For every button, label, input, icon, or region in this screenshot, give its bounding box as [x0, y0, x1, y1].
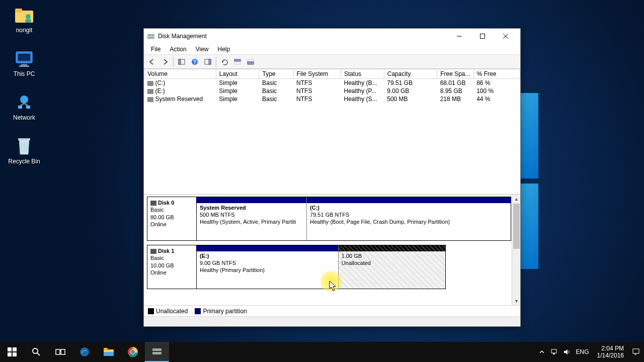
task-view-button[interactable]: [48, 342, 72, 362]
refresh-button[interactable]: [218, 56, 230, 67]
col-status[interactable]: Status: [341, 69, 384, 79]
scrollbar-down-arrow[interactable]: ▼: [512, 297, 520, 305]
svg-point-14: [148, 35, 149, 36]
svg-rect-7: [19, 65, 29, 67]
svg-rect-10: [26, 106, 30, 109]
tray-volume-icon[interactable]: [563, 348, 571, 355]
drive-icon: [147, 81, 153, 86]
col-volume[interactable]: Volume: [144, 69, 216, 79]
scrollbar-up-arrow[interactable]: ▲: [512, 195, 520, 203]
partition-body: (C:)79.51 GB NTFSHealthy (Boot, Page Fil…: [307, 203, 511, 240]
volume-row[interactable]: System ReservedSimpleBasicNTFSHealthy (S…: [144, 95, 520, 103]
col-layout[interactable]: Layout: [216, 69, 259, 79]
taskbar-file-explorer-button[interactable]: [97, 342, 121, 362]
desktop-icon-network[interactable]: Network: [5, 93, 43, 121]
taskbar-clock[interactable]: 2:04 PM 1/14/2016: [594, 345, 627, 359]
svg-rect-16: [480, 34, 485, 39]
svg-rect-6: [21, 64, 27, 65]
desktop-icon-recycle-bin[interactable]: Recycle Bin: [5, 136, 43, 165]
col-type[interactable]: Type: [259, 69, 293, 79]
minimize-button[interactable]: [448, 29, 471, 44]
help-button[interactable]: ?: [189, 56, 201, 67]
disk-icon: [150, 249, 156, 254]
taskbar-edge-button[interactable]: [72, 342, 97, 362]
col-pct[interactable]: % Free: [473, 69, 520, 79]
svg-rect-32: [56, 349, 60, 354]
pc-icon: [14, 49, 34, 69]
clock-date: 1/14/2016: [597, 352, 624, 359]
svg-rect-25: [248, 59, 254, 61]
maximize-button[interactable]: [471, 29, 494, 44]
drive-icon: [147, 89, 153, 94]
desktop-icon-this-pc[interactable]: This PC: [5, 49, 43, 77]
graphical-view[interactable]: Disk 0Basic80.00 GBOnlineSystem Reserved…: [144, 195, 520, 305]
partition-primary[interactable]: System Reserved500 MB NTFSHealthy (Syste…: [197, 197, 307, 240]
disk-label[interactable]: Disk 1Basic10.00 GBOnline: [147, 245, 197, 289]
svg-point-15: [148, 37, 149, 38]
desktop-icon-label: Network: [13, 114, 35, 121]
disk-partitions: (E:)9.00 GB NTFSHealthy (Primary Partiti…: [197, 245, 445, 289]
clock-time: 2:04 PM: [597, 345, 624, 352]
drive-icon: [147, 97, 153, 102]
partition-primary[interactable]: (C:)79.51 GB NTFSHealthy (Boot, Page Fil…: [307, 197, 511, 240]
partition-primary[interactable]: (E:)9.00 GB NTFSHealthy (Primary Partiti…: [197, 245, 339, 289]
show-top-button[interactable]: [231, 56, 244, 67]
menu-view[interactable]: View: [192, 45, 213, 54]
desktop-icon-label: nongit: [16, 27, 33, 34]
tray-language-indicator[interactable]: ENG: [576, 348, 589, 355]
svg-text:?: ?: [193, 59, 196, 65]
svg-rect-27: [8, 347, 12, 351]
desktop-icon-label: This PC: [14, 70, 35, 77]
svg-rect-23: [234, 59, 240, 61]
svg-rect-26: [248, 62, 254, 64]
menu-help[interactable]: Help: [214, 45, 234, 54]
show-hide-console-button[interactable]: [176, 56, 188, 67]
tray-overflow-icon[interactable]: [539, 349, 545, 355]
disk-row[interactable]: Disk 1Basic10.00 GBOnline(E:)9.00 GB NTF…: [147, 245, 446, 289]
start-button[interactable]: [0, 342, 24, 362]
status-bar: [144, 316, 520, 326]
partition-body: System Reserved500 MB NTFSHealthy (Syste…: [197, 203, 306, 240]
back-button[interactable]: [146, 56, 158, 67]
svg-point-31: [33, 348, 38, 353]
menu-file[interactable]: File: [147, 45, 165, 54]
search-button[interactable]: [24, 342, 48, 362]
legend-swatch-primary: [195, 308, 201, 314]
network-icon: [14, 93, 34, 113]
disk-label[interactable]: Disk 0Basic80.00 GBOnline: [147, 197, 197, 240]
forward-button[interactable]: [159, 56, 171, 67]
show-hide-action-pane-button[interactable]: [202, 56, 214, 67]
svg-rect-37: [104, 352, 114, 356]
svg-point-8: [20, 96, 28, 104]
partition-header: [307, 197, 511, 203]
close-button[interactable]: [494, 29, 517, 44]
volume-row[interactable]: (E:)SimpleBasicNTFSHealthy (P...9.00 GB8…: [144, 87, 520, 95]
window-title: Disk Management: [158, 33, 448, 40]
app-icon: [147, 32, 155, 40]
col-free[interactable]: Free Spa...: [437, 69, 473, 79]
tray-network-icon[interactable]: [550, 348, 558, 355]
volume-row[interactable]: (C:)SimpleBasicNTFSHealthy (B...79.51 GB…: [144, 79, 520, 87]
menu-action[interactable]: Action: [166, 45, 190, 54]
disk-partitions: System Reserved500 MB NTFSHealthy (Syste…: [197, 197, 511, 240]
volume-list[interactable]: Volume Layout Type File System Status Ca…: [144, 69, 520, 195]
show-bottom-button[interactable]: [245, 56, 257, 67]
col-fs[interactable]: File System: [293, 69, 341, 79]
taskbar: ENG 2:04 PM 1/14/2016: [0, 342, 644, 362]
tray-action-center-icon[interactable]: [632, 348, 640, 356]
menu-bar: File Action View Help: [144, 44, 520, 55]
desktop-icons-area: nongit This PC Network Recycle Bin: [5, 5, 43, 165]
taskbar-disk-management-button[interactable]: [145, 342, 169, 362]
vertical-scrollbar[interactable]: ▲ ▼: [512, 195, 520, 305]
disk-row[interactable]: Disk 0Basic80.00 GBOnlineSystem Reserved…: [147, 197, 511, 241]
taskbar-chrome-button[interactable]: [121, 342, 145, 362]
svg-rect-45: [551, 349, 556, 353]
desktop-icon-user[interactable]: nongit: [5, 5, 43, 34]
partition-unallocated[interactable]: 1.00 GBUnallocated: [339, 245, 445, 289]
titlebar[interactable]: Disk Management: [144, 29, 520, 44]
recycle-bin-icon: [14, 136, 34, 156]
col-capacity[interactable]: Capacity: [384, 69, 437, 79]
svg-point-34: [80, 347, 89, 356]
svg-rect-47: [633, 349, 639, 353]
scrollbar-thumb[interactable]: [513, 204, 520, 249]
